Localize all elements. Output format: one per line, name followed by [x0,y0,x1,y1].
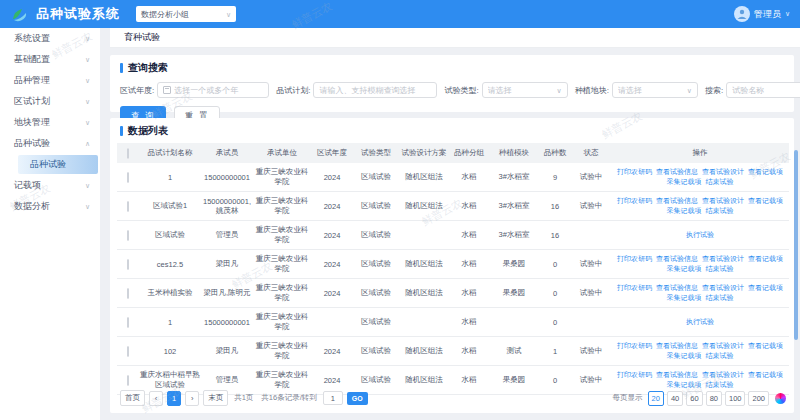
page-size-20[interactable]: 20 [648,391,664,406]
search-field-type-select: 试验类型:请选择∨ [444,82,567,98]
goto-page-input[interactable] [323,391,343,405]
search-form-row: 区试年度:选择一个或多个年品试计划:请输入、支持模糊查询选择试验类型:请选择∨种… [120,82,794,98]
action-link[interactable]: 执行试验 [686,230,714,240]
action-link[interactable]: 采集记载项 [667,380,702,390]
row-checkbox[interactable] [127,317,129,328]
page-size-60[interactable]: 60 [686,391,702,406]
action-link[interactable]: 查看记载项 [748,370,783,380]
row-checkbox[interactable] [127,288,129,299]
action-link[interactable]: 查看试验信息 [656,370,698,380]
action-link[interactable]: 打印农研码 [617,196,652,206]
action-link[interactable]: 执行试验 [686,317,714,327]
sidebar-subitem-5-0[interactable]: 品种试验 [18,155,98,174]
search-field-keyword-input: 搜索:试验名称 [705,82,800,98]
action-link[interactable]: 结束试验 [706,206,734,216]
next-page-button[interactable]: › [185,391,199,406]
action-link[interactable]: 查看试验设计 [702,370,744,380]
cell-year: 2024 [311,337,353,366]
plan-input[interactable]: 请输入、支持模糊查询选择 [313,82,437,98]
action-link[interactable]: 查看记载项 [748,254,783,264]
field-label: 搜索: [705,85,723,96]
action-link[interactable]: 结束试验 [706,264,734,274]
page-size-80[interactable]: 80 [706,391,722,406]
action-link[interactable]: 采集记载项 [667,351,702,361]
action-link[interactable]: 采集记载项 [667,177,702,187]
sidebar-item-0[interactable]: 系统设置∨ [0,28,100,49]
app-title: 品种试验系统 [36,5,120,23]
cell-plan-name: ces12.5 [139,250,201,279]
row-checkbox[interactable] [127,172,129,183]
action-link[interactable]: 结束试验 [706,177,734,187]
action-link[interactable]: 查看试验设计 [702,196,744,206]
action-link[interactable]: 查看试验信息 [656,341,698,351]
user-menu-caret-icon[interactable]: ∨ [785,10,790,18]
vertical-scrollbar-thumb[interactable] [794,150,798,340]
action-link[interactable]: 结束试验 [706,293,734,303]
action-link[interactable]: 结束试验 [706,380,734,390]
action-link[interactable]: 查看试验设计 [702,254,744,264]
action-link[interactable]: 查看记载项 [748,283,783,293]
cell-checkbox [117,337,139,366]
type-select[interactable]: 请选择∨ [482,82,568,98]
action-link[interactable]: 打印农研码 [617,254,652,264]
page-size-200[interactable]: 200 [748,391,769,406]
action-link[interactable]: 查看记载项 [748,196,783,206]
total-records-text: 共16条记录/转到 [261,393,316,403]
sidebar-item-label: 品种试验 [14,137,50,150]
sidebar-item-5[interactable]: 品种试验∧ [0,133,100,154]
prev-page-button[interactable]: ‹ [149,391,163,406]
row-checkbox[interactable] [127,375,129,386]
team-select-dropdown[interactable]: 数据分析小组 ∨ [136,6,236,22]
action-link[interactable]: 采集记载项 [667,293,702,303]
sidebar-item-2[interactable]: 品种管理∨ [0,70,100,91]
action-link[interactable]: 查看试验设计 [702,283,744,293]
action-link[interactable]: 查看试验设计 [702,167,744,177]
tab-breeding-test[interactable]: 育种试验 [124,31,160,44]
cell-count: 0 [539,308,571,337]
cell-group: 水稻 [449,221,489,250]
action-link[interactable]: 打印农研码 [617,167,652,177]
action-link[interactable]: 打印农研码 [617,283,652,293]
action-link[interactable]: 采集记载项 [667,264,702,274]
sidebar-item-1[interactable]: 基础配置∨ [0,49,100,70]
last-page-button[interactable]: 末页 [203,390,228,406]
cell-tester: 梁田凡 [201,337,253,366]
row-checkbox[interactable] [127,346,129,357]
sidebar-item-7[interactable]: 数据分析∨ [0,196,100,217]
action-link[interactable]: 打印农研码 [617,370,652,380]
first-page-button[interactable]: 首页 [120,390,145,406]
action-link[interactable]: 查看试验信息 [656,283,698,293]
sidebar-item-4[interactable]: 地块管理∨ [0,112,100,133]
cell-plan-name: 1 [139,163,201,192]
sidebar-item-3[interactable]: 区试计划∨ [0,91,100,112]
action-link[interactable]: 查看试验信息 [656,196,698,206]
year-select[interactable]: 选择一个或多个年 [157,82,269,98]
action-link[interactable]: 查看试验信息 [656,254,698,264]
cell-plan-name: 102 [139,337,201,366]
action-link[interactable]: 查看试验设计 [702,341,744,351]
page-size-100[interactable]: 100 [725,391,746,406]
cell-unit: 重庆三峡农业科学院 [253,279,311,308]
action-link[interactable]: 查看试验信息 [656,167,698,177]
row-checkbox[interactable] [127,230,129,241]
sidebar-item-6[interactable]: 记载项∨ [0,175,100,196]
action-link[interactable]: 查看记载项 [748,167,783,177]
action-link[interactable]: 结束试验 [706,351,734,361]
search-section-title: 查询搜索 [120,55,794,75]
go-button[interactable]: GO [347,392,368,405]
page-size-40[interactable]: 40 [667,391,683,406]
cell-tester: 梁田凡 [201,250,253,279]
column-header-7: 种植模块 [489,143,539,163]
action-link[interactable]: 打印农研码 [617,341,652,351]
plot-select[interactable]: 请选择∨ [612,82,698,98]
action-link[interactable]: 采集记载项 [667,206,702,216]
cell-plan-name: 区域试验1 [139,192,201,221]
action-link[interactable]: 查看记载项 [748,341,783,351]
row-checkbox[interactable] [127,259,129,270]
page-number-button[interactable]: 1 [167,391,181,406]
assistant-widget-icon[interactable] [775,393,786,404]
user-avatar[interactable] [734,6,750,22]
row-checkbox[interactable] [127,201,129,212]
keyword-input[interactable]: 试验名称 [726,82,800,98]
select-all-checkbox[interactable] [127,148,129,159]
